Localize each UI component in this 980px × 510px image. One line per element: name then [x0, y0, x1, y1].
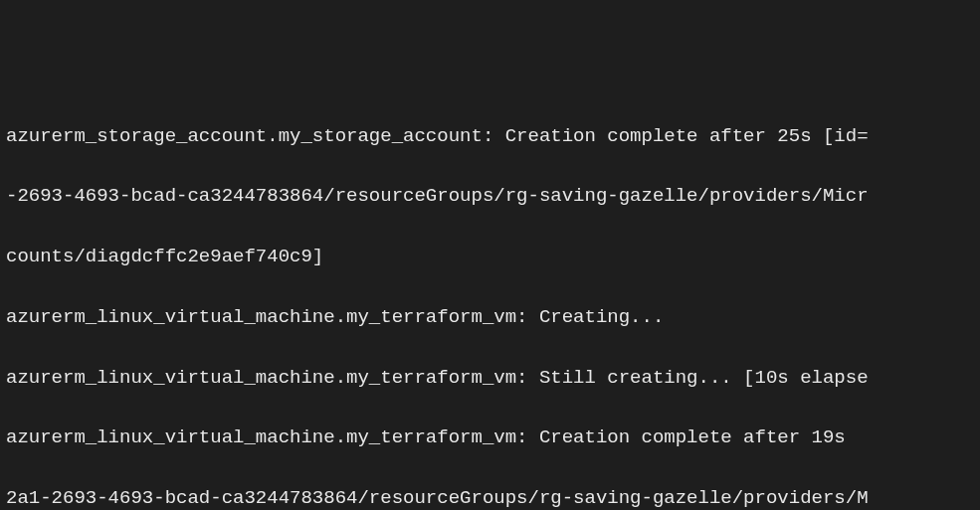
- terminal-line: azurerm_linux_virtual_machine.my_terrafo…: [6, 302, 974, 332]
- terminal-line: azurerm_linux_virtual_machine.my_terrafo…: [6, 363, 974, 393]
- terminal-line: 2a1-2693-4693-bcad-ca3244783864/resource…: [6, 483, 974, 510]
- terminal-line: azurerm_linux_virtual_machine.my_terrafo…: [6, 423, 974, 452]
- terminal-line: counts/diagdcffc2e9aef740c9]: [6, 242, 974, 271]
- terminal-line: -2693-4693-bcad-ca3244783864/resourceGro…: [6, 181, 974, 211]
- terminal-line: azurerm_storage_account.my_storage_accou…: [6, 121, 974, 151]
